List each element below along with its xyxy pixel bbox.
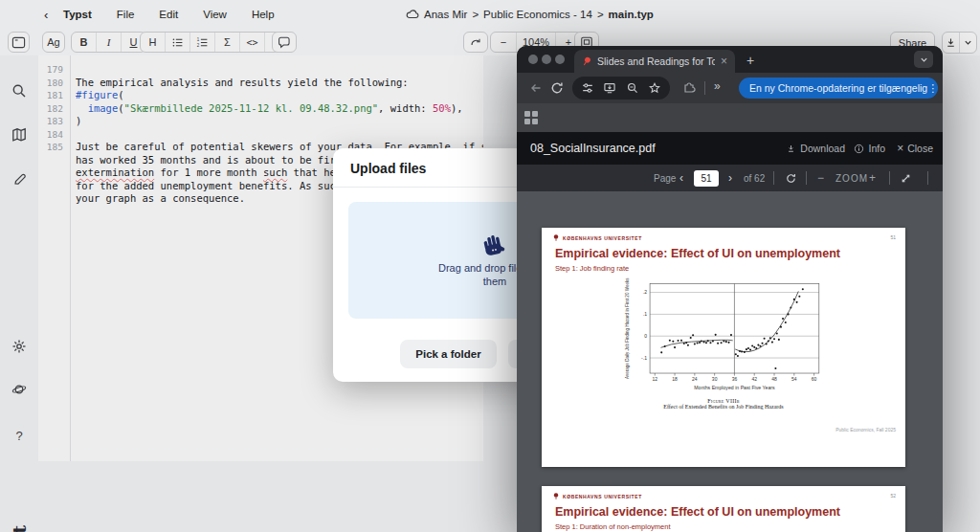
chrome-update-button[interactable]: En ny Chrome-opdatering er tilgængelig ⋮ xyxy=(739,78,938,99)
code-line[interactable]: 182 image("Skærmbillede 2025-11-12 kl. 0… xyxy=(38,102,483,116)
pdf-info-button[interactable]: Info xyxy=(854,143,885,154)
hand-icon xyxy=(482,233,507,257)
comment-button[interactable] xyxy=(272,32,297,53)
line-number xyxy=(38,154,70,167)
edit-tools-button[interactable] xyxy=(11,170,28,188)
code-line[interactable]: 179 xyxy=(38,63,483,77)
menu-file[interactable]: File xyxy=(117,9,135,20)
help-button[interactable]: ? xyxy=(11,427,28,444)
heading-button[interactable]: H xyxy=(141,33,165,52)
slide-title: Empirical evidence: Effect of UI on unem… xyxy=(555,505,840,519)
download-button[interactable] xyxy=(943,33,959,53)
pdf-viewport[interactable]: KØBENHAVNS UNIVERSITET 51 Empirical evid… xyxy=(517,191,943,532)
pdf-header: 08_SocialInsurance.pdf Download Info × C… xyxy=(517,132,943,165)
italic-button[interactable]: I xyxy=(96,33,121,52)
tab-search-button[interactable] xyxy=(914,51,933,68)
grid-view-icon[interactable] xyxy=(524,111,538,124)
toolbar-divider xyxy=(704,81,705,95)
next-page-button[interactable]: › xyxy=(728,165,732,191)
window-zoom-button[interactable] xyxy=(555,55,565,64)
browser-tab[interactable]: Slides and Readings for Topic × xyxy=(574,50,735,73)
collapsed-omnibox[interactable] xyxy=(572,77,670,100)
pdf-page-52: KØBENHAVNS UNIVERSITET 52 Empirical evid… xyxy=(542,486,905,532)
slide-subtitle: Step 1: Duration of non-employment xyxy=(555,522,670,531)
svg-text:1: 1 xyxy=(197,36,200,41)
pick-folder-button[interactable]: Pick a folder xyxy=(400,340,496,368)
code-line[interactable]: 184 xyxy=(38,128,483,142)
svg-text:Months Employed in Past Five Y: Months Employed in Past Five Years xyxy=(694,385,775,390)
export-split-button xyxy=(942,32,977,54)
typst-sidebar: ? typst xyxy=(0,55,38,532)
search-icon xyxy=(11,83,27,99)
line-number xyxy=(38,180,70,193)
map-icon xyxy=(11,127,27,143)
breadcrumb-project[interactable]: Public Economics - 14 xyxy=(483,9,592,20)
zoom-out-button[interactable]: − xyxy=(491,33,516,52)
code-line[interactable]: 180The empirical analysis and results yi… xyxy=(38,77,483,90)
back-chevron-icon[interactable]: ‹ xyxy=(44,8,48,22)
zoom-out-button[interactable]: − xyxy=(817,165,824,191)
menu-help[interactable]: Help xyxy=(252,9,275,20)
toggle-sidebar-button[interactable] xyxy=(8,32,30,53)
new-tab-button[interactable]: + xyxy=(746,53,754,68)
svg-text:-.1: -.1 xyxy=(641,355,647,361)
menu-view[interactable]: View xyxy=(203,9,227,20)
university-seal-icon xyxy=(553,234,559,241)
line-number xyxy=(38,166,70,180)
kebab-menu-icon[interactable]: ⋮ xyxy=(927,82,938,95)
page-count: of 62 xyxy=(744,165,765,191)
svg-text:Average Daily Job Finding Haza: Average Daily Job Finding Hazard in Firs… xyxy=(625,277,630,379)
pencil-icon xyxy=(12,172,27,187)
prev-page-button[interactable]: ‹ xyxy=(679,165,683,191)
overflow-icons-button[interactable]: » xyxy=(714,79,721,93)
reload-icon[interactable] xyxy=(549,80,565,96)
code-button[interactable]: <> xyxy=(239,33,264,52)
slide-page-number: 51 xyxy=(890,234,896,240)
line-number xyxy=(38,192,70,206)
format-group: B I U xyxy=(71,32,146,53)
rotate-button[interactable] xyxy=(785,165,797,191)
export-options-button[interactable] xyxy=(959,33,976,53)
screen-share-icon xyxy=(603,81,616,95)
explore-button[interactable] xyxy=(11,381,28,398)
search-button[interactable] xyxy=(11,82,28,100)
numbered-list-button[interactable]: 12 xyxy=(189,33,214,52)
line-number: 183 xyxy=(38,115,70,128)
outline-button[interactable] xyxy=(11,126,28,144)
settings-button[interactable] xyxy=(11,338,28,355)
code-line[interactable]: 181#figure( xyxy=(38,89,483,102)
chrome-tabstrip: Slides and Readings for Topic × + xyxy=(517,46,943,73)
back-icon[interactable] xyxy=(528,80,544,96)
fullscreen-button[interactable] xyxy=(900,165,912,191)
text-style-button[interactable]: Ag xyxy=(42,32,65,53)
breadcrumb-file[interactable]: main.typ xyxy=(609,9,654,20)
redo-button[interactable] xyxy=(463,32,488,53)
svg-text:12: 12 xyxy=(652,376,657,382)
svg-text:54: 54 xyxy=(791,376,797,382)
window-close-button[interactable] xyxy=(528,55,538,64)
pdf-download-button[interactable]: Download xyxy=(786,143,845,154)
typst-logo: typst xyxy=(2,522,36,532)
typst-menubar: ‹ Typst File Edit View Help Anas Mir > P… xyxy=(0,0,980,29)
extensions-puzzle-icon[interactable] xyxy=(681,80,697,96)
chrome-update-label: En ny Chrome-opdatering er tilgængelig xyxy=(749,82,927,94)
page-number-input[interactable]: 51 xyxy=(694,170,719,187)
code-line[interactable]: 183) xyxy=(38,115,483,128)
bullet-list-button[interactable] xyxy=(165,33,189,52)
line-number: 185 xyxy=(38,141,70,154)
svg-text:2: 2 xyxy=(197,43,200,48)
svg-text:.1: .1 xyxy=(643,311,647,317)
breadcrumb-user[interactable]: Anas Mir xyxy=(424,9,467,20)
menu-edit[interactable]: Edit xyxy=(159,9,178,20)
math-button[interactable]: Σ xyxy=(214,33,239,52)
breadcrumb[interactable]: Anas Mir > Public Economics - 14 > main.… xyxy=(406,0,654,29)
menu-typst[interactable]: Typst xyxy=(63,9,92,20)
bold-button[interactable]: B xyxy=(72,33,96,52)
window-minimize-button[interactable] xyxy=(542,55,551,64)
webpage-background xyxy=(517,103,943,132)
tab-close-icon[interactable]: × xyxy=(721,55,727,67)
speech-bubble-icon xyxy=(278,35,291,49)
slide-page-number: 52 xyxy=(890,493,896,499)
pdf-close-button[interactable]: × Close xyxy=(897,142,933,155)
zoom-in-button[interactable]: + xyxy=(869,165,876,191)
